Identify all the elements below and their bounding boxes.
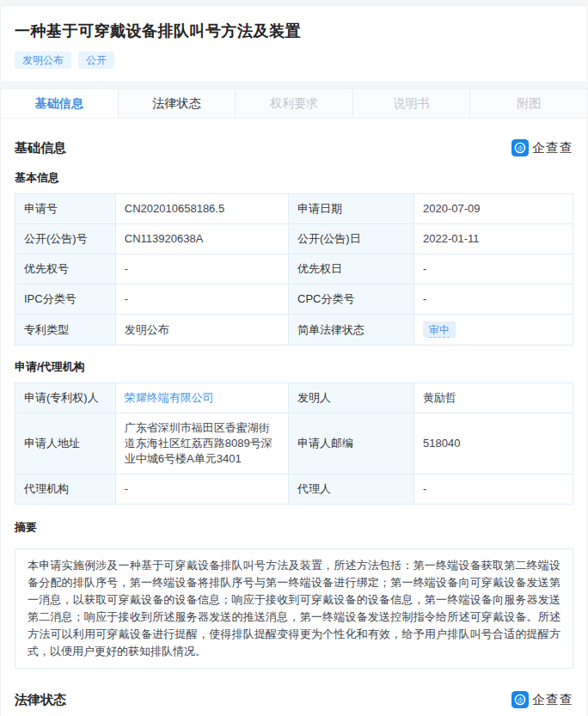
cell-label: 申请人地址 [15, 413, 116, 474]
tab-figures[interactable]: 附图 [470, 89, 587, 118]
qichacha-watermark: 企 企查查 [511, 691, 573, 708]
inventor: 黄励哲 [414, 383, 573, 413]
tag-row: 发明公布 公开 [15, 52, 573, 69]
priority-number: - [115, 254, 288, 285]
cell-label: 优先权日 [289, 254, 414, 285]
tag-public: 公开 [78, 52, 114, 69]
cell-label: 专利类型 [15, 315, 116, 346]
subsection-basic-title: 基本信息 [15, 170, 573, 186]
application-number: CN202010658186.5 [115, 194, 288, 224]
table-row: 申请人地址 广东省深圳市福田区香蜜湖街道东海社区红荔西路8089号深业中城6号楼… [15, 413, 573, 474]
cell-label: 申请日期 [289, 194, 414, 224]
table-row: IPC分类号 - CPC分类号 - [15, 285, 573, 315]
publication-date: 2022-01-11 [414, 224, 573, 254]
cell-label: 发明人 [289, 383, 414, 413]
cell-label: 申请人邮编 [289, 413, 414, 474]
agent: - [414, 474, 573, 505]
page-title: 一种基于可穿戴设备排队叫号方法及装置 [15, 21, 573, 41]
tab-legal-status[interactable]: 法律状态 [119, 89, 236, 118]
publication-number: CN113920638A [115, 224, 288, 254]
subsection-agency-title: 申请/代理机构 [15, 359, 573, 375]
table-row: 申请号 CN202010658186.5 申请日期 2020-07-09 [15, 194, 573, 224]
priority-date: - [414, 254, 573, 285]
cell-label: 简单法律状态 [289, 315, 414, 346]
abstract-title: 摘要 [15, 520, 573, 535]
abstract-text: 本申请实施例涉及一种基于可穿戴设备排队叫号方法及装置，所述方法包括：第一终端设备… [15, 548, 573, 669]
cell-label: 代理人 [289, 474, 414, 505]
applicant-link[interactable]: 荣耀终端有限公司 [125, 391, 214, 404]
qichacha-brand-name: 企查查 [532, 692, 573, 708]
status-badge[interactable]: 审中 [423, 321, 456, 338]
cell-label: IPC分类号 [15, 285, 116, 315]
cell-label: 代理机构 [15, 474, 116, 505]
agency-table: 申请(专利权)人 荣耀终端有限公司 发明人 黄励哲 申请人地址 广东省深圳市福田… [15, 382, 573, 505]
applicant-cell: 荣耀终端有限公司 [115, 383, 288, 413]
cell-label: 公开(公告)号 [15, 224, 116, 254]
cell-label: 申请号 [15, 194, 116, 224]
legal-section-head: 法律状态 企 企查查 [15, 691, 573, 708]
tab-basic-info[interactable]: 基础信息 [1, 89, 119, 118]
content: 基础信息 企 企查查 基本信息 申请号 CN202010658186.5 申请日… [1, 139, 587, 716]
tabbar: 基础信息 法律状态 权利要求 说明书 附图 [1, 89, 587, 119]
qichacha-logo-icon: 企 [511, 691, 529, 708]
svg-text:企: 企 [517, 144, 524, 152]
applicant-zipcode: 518040 [414, 413, 573, 474]
tab-description[interactable]: 说明书 [353, 89, 471, 118]
patent-header: 一种基于可穿戴设备排队叫号方法及装置 发明公布 公开 [0, 5, 588, 83]
tag-invention-publication: 发明公布 [15, 52, 71, 69]
applicant-address: 广东省深圳市福田区香蜜湖街道东海社区红荔西路8089号深业中城6号楼A单元340… [115, 413, 288, 474]
table-row: 专利类型 发明公布 简单法律状态 审中 [15, 315, 573, 346]
ipc-class: - [115, 285, 288, 315]
cell-label: 申请(专利权)人 [15, 383, 116, 413]
cell-label: 优先权号 [15, 254, 116, 285]
qichacha-logo-icon: 企 [511, 139, 529, 156]
agency: - [115, 474, 288, 505]
cell-label: 公开(公告)日 [289, 224, 414, 254]
legal-section-title: 法律状态 [15, 692, 66, 708]
basic-info-table: 申请号 CN202010658186.5 申请日期 2020-07-09 公开(… [15, 193, 573, 346]
patent-type: 发明公布 [115, 315, 288, 346]
patent-detail-card: 基础信息 法律状态 权利要求 说明书 附图 基础信息 企 企查查 基本信息 [0, 89, 588, 716]
table-row: 代理机构 - 代理人 - [15, 474, 573, 505]
cpc-class: - [414, 285, 573, 315]
cell-label: CPC分类号 [289, 285, 414, 315]
qichacha-brand-name: 企查查 [532, 140, 573, 156]
table-row: 公开(公告)号 CN113920638A 公开(公告)日 2022-01-11 [15, 224, 573, 254]
application-date: 2020-07-09 [414, 194, 573, 224]
qichacha-watermark: 企 企查查 [511, 139, 573, 156]
svg-text:企: 企 [517, 696, 524, 704]
table-row: 优先权号 - 优先权日 - [15, 254, 573, 285]
basic-info-section-title: 基础信息 [15, 140, 66, 156]
tab-claims[interactable]: 权利要求 [236, 89, 353, 118]
legal-status-cell: 审中 [414, 315, 573, 346]
table-row: 申请(专利权)人 荣耀终端有限公司 发明人 黄励哲 [15, 383, 573, 413]
basic-info-section-head: 基础信息 企 企查查 [15, 139, 573, 156]
